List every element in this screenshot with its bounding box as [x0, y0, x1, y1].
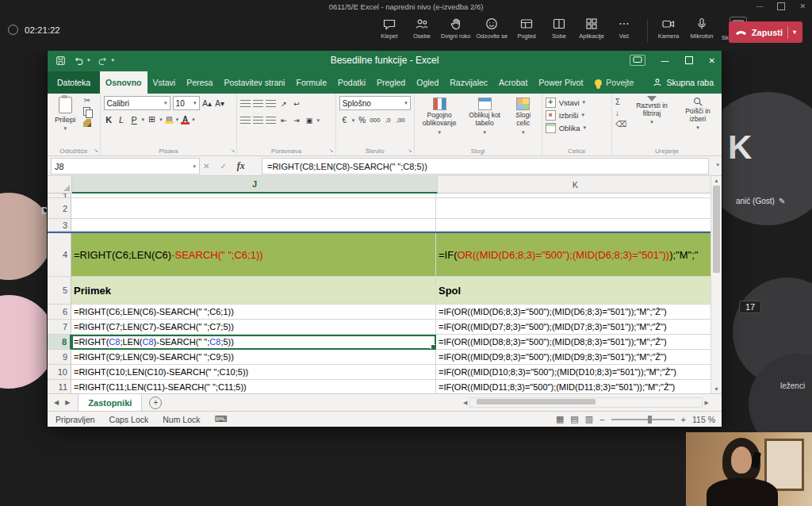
chat-button[interactable]: Klepet	[376, 17, 403, 40]
increase-font-icon[interactable]: A▴	[202, 98, 213, 109]
more-button[interactable]: Več	[611, 17, 638, 40]
autosum-icon[interactable]: Σ	[615, 98, 626, 106]
dialog-launcher-icon[interactable]: ↘	[329, 148, 334, 154]
view-button[interactable]: Pogled	[513, 17, 540, 40]
bold-button[interactable]: K	[104, 113, 114, 125]
orientation-icon[interactable]: ↗	[278, 98, 289, 109]
hscroll-right-icon[interactable]: ▶	[705, 400, 709, 406]
grid-cell-K2[interactable]	[436, 198, 711, 219]
dialog-launcher-icon[interactable]: ↘	[231, 148, 236, 154]
currency-format-icon[interactable]: €	[339, 114, 350, 126]
merge-center-icon[interactable]: ▣	[304, 114, 314, 126]
delete-cells-button[interactable]: × Izbriši ▾	[546, 109, 608, 121]
sheet-nav-right-icon[interactable]: ▶	[65, 399, 70, 406]
dialog-launcher-icon[interactable]: ↘	[94, 148, 98, 154]
decrease-decimal-icon[interactable]: ,00	[396, 114, 406, 126]
zoom-slider-thumb[interactable]	[648, 416, 652, 424]
grid-cell-J10[interactable]: =RIGHT(C10;LEN(C10)-SEARCH(" ";C10;5))	[71, 365, 436, 380]
page-break-view-icon[interactable]: ▥	[585, 414, 593, 424]
align-right-icon[interactable]	[266, 117, 276, 125]
people-button[interactable]: Osebe	[408, 17, 435, 40]
percent-format-icon[interactable]: %	[357, 114, 367, 126]
comma-format-icon[interactable]: 000	[370, 114, 380, 126]
grid-cell-J11[interactable]: =RIGHT(C11;LEN(C11)-SEARCH(" ";C11;5))	[71, 380, 436, 393]
sheet-nav-left-icon[interactable]: ◀	[54, 399, 59, 406]
align-bottom-icon[interactable]	[266, 100, 276, 108]
insert-cells-button[interactable]: + Vstavi ▾	[546, 96, 608, 109]
row-header-6[interactable]: 6	[48, 305, 71, 320]
excel-minimize-button[interactable]: —	[661, 56, 669, 65]
increase-decimal-icon[interactable]: ,0	[383, 114, 393, 126]
row-header-8[interactable]: 8	[48, 335, 71, 350]
camera-button[interactable]: Kamera	[655, 17, 682, 41]
row-header-9[interactable]: 9	[48, 350, 71, 365]
window-maximize-button[interactable]	[777, 2, 785, 10]
grid-cell-K6[interactable]: =IF(OR((MID(D6;8;3)="500");(MID(D6;8;3)=…	[436, 305, 711, 320]
expand-formula-bar-icon[interactable]: ▾	[716, 162, 719, 168]
tab-vstavi[interactable]: Vstavi	[147, 71, 182, 94]
excel-maximize-button[interactable]	[685, 56, 693, 64]
grid-cell-K7[interactable]: =IF(OR((MID(D7;8;3)="500");(MID(D7;8;3)=…	[436, 320, 711, 335]
tab-osnovno[interactable]: Osnovno	[100, 71, 147, 94]
page-layout-view-icon[interactable]: ▤	[570, 414, 578, 424]
font-size-combo[interactable]: 10 ▾	[173, 96, 200, 110]
wrap-text-icon[interactable]: ↩	[291, 98, 301, 109]
zoom-level[interactable]: 115 %	[692, 415, 715, 424]
tab-podatki[interactable]: Podatki	[332, 71, 371, 94]
row-header-2[interactable]: 2	[48, 198, 71, 219]
grid-cell-K4[interactable]: =IF(OR((MID(D6;8;3)="500");(MID(D6;8;3)=…	[436, 233, 711, 277]
window-minimize-button[interactable]: —	[756, 2, 763, 10]
vertical-scroll-thumb[interactable]	[713, 186, 720, 273]
find-select-button[interactable]: Poišči in izberi ▾	[677, 96, 718, 132]
formula-input[interactable]: =RIGHT(C8;LEN(C8)-SEARCH(" ";C8;5))	[262, 158, 709, 174]
tab-postavitev-strani[interactable]: Postavitev strani	[218, 71, 290, 94]
zoom-slider[interactable]	[611, 419, 675, 420]
tab-power-pivot[interactable]: Power Pivot	[533, 71, 588, 94]
grid-cell-K5[interactable]: Spol	[436, 277, 711, 305]
paste-button[interactable]: Prilepi ▾	[51, 96, 79, 132]
zoom-in-icon[interactable]: +	[681, 415, 686, 424]
conditional-formatting-button[interactable]: Pogojno oblikovanje ▾	[418, 98, 462, 136]
raise-hand-button[interactable]: Dvigni roko	[441, 17, 471, 40]
grid-cell-J9[interactable]: =RIGHT(C9;LEN(C9)-SEARCH(" ";C9;5))	[71, 350, 436, 365]
grid-cell-K9[interactable]: =IF(OR((MID(D9;8;3)="500");(MID(D9;8;3)=…	[436, 350, 711, 365]
row-header-10[interactable]: 10	[48, 365, 71, 380]
align-middle-icon[interactable]	[253, 100, 263, 108]
fill-color-button[interactable]: ▨	[165, 115, 174, 124]
grid-cell-J7[interactable]: =RIGHT(C7;LEN(C7)-SEARCH(" ";C7;5))	[71, 320, 436, 335]
microphone-button[interactable]: Mikrofon	[688, 17, 715, 41]
hscroll-left-icon[interactable]: ◀	[463, 400, 467, 406]
grid-cell-J6[interactable]: =RIGHT(C6;LEN(C6)-SEARCH(" ";C6;1))	[71, 305, 436, 320]
column-header-K[interactable]: K	[438, 176, 714, 194]
borders-button[interactable]: ⊞	[147, 113, 157, 125]
react-button[interactable]: Odzovite se	[477, 17, 508, 40]
tab-formule[interactable]: Formule	[290, 71, 332, 94]
tab-acrobat[interactable]: Acrobat	[493, 71, 533, 94]
insert-function-icon[interactable]: fx	[237, 160, 245, 172]
grid-cell-J3[interactable]	[71, 219, 436, 232]
tab-datoteka[interactable]: Datoteka	[48, 71, 100, 94]
row-header-7[interactable]: 7	[48, 320, 71, 335]
sort-filter-button[interactable]: Razvrsti in filtriraj ▾	[629, 96, 675, 126]
row-header-4[interactable]: 4	[48, 233, 71, 277]
copy-icon[interactable]	[83, 107, 90, 116]
row-header-3[interactable]: 3	[48, 219, 71, 232]
horizontal-scroll-thumb[interactable]	[477, 399, 596, 404]
excel-close-button[interactable]: ✕	[709, 56, 715, 65]
dialog-launcher-icon[interactable]: ↘	[408, 148, 412, 154]
scroll-up-icon[interactable]: ▲	[714, 178, 719, 183]
sheet-tab-zastopniki[interactable]: Zastopniki	[78, 394, 142, 411]
grid-cell-K8[interactable]: =IF(OR((MID(D8;8;3)="500");(MID(D8;8;3)=…	[436, 335, 711, 350]
scroll-down-icon[interactable]: ▼	[714, 386, 719, 392]
tab-razvijalec[interactable]: Razvijalec	[444, 71, 493, 94]
grid-cell-J5[interactable]: Priimek	[71, 277, 436, 305]
decrease-indent-icon[interactable]: ⇤	[278, 114, 289, 126]
leave-options-button[interactable]: ▾	[793, 29, 796, 36]
grid-cell-K10[interactable]: =IF(OR((MID(D10;8;3)="500");(MID(D10;8;3…	[436, 365, 711, 380]
grid-cell-J2[interactable]	[71, 198, 436, 219]
format-painter-icon[interactable]	[83, 119, 91, 127]
cancel-entry-icon[interactable]: ✕	[203, 162, 209, 171]
clear-icon[interactable]: ⌫	[615, 120, 626, 128]
format-as-table-button[interactable]: Oblikuj kot tabelo ▾	[464, 98, 506, 136]
cut-icon[interactable]: ✂	[83, 96, 93, 105]
